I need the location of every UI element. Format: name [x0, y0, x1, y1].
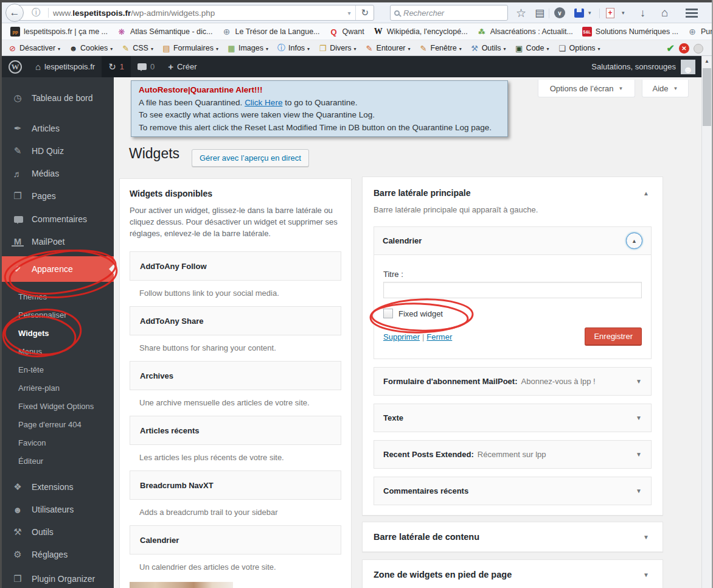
devbar-forms-menu[interactable]: ▤Formulaires▾	[162, 44, 218, 53]
scroll-up-arrow-icon[interactable]: ▲	[702, 56, 712, 66]
bookmark-item[interactable]: ⊕Le Trésor de la Langue...	[222, 27, 320, 37]
submenu-themes[interactable]: Thèmes	[2, 287, 114, 306]
devbar-disable-menu[interactable]: ⊘Désactiver▾	[8, 44, 60, 53]
sidebar-item-dashboard[interactable]: ◷Tableau de bord	[2, 87, 114, 109]
bookmark-item[interactable]: S&LSolutions Numériques ...	[582, 27, 678, 37]
fixed-widget-checkbox[interactable]	[383, 309, 393, 318]
screen-options-button[interactable]: Options de l’écran▼	[538, 80, 635, 97]
sidebar-item-users[interactable]: ☻Utilisateurs	[2, 499, 114, 520]
widget-title-input[interactable]	[383, 282, 642, 298]
validation-check-icon[interactable]: ✔	[667, 43, 675, 54]
home-icon[interactable]: ⌂	[661, 6, 668, 19]
bookmark-star-icon[interactable]: ☆	[516, 6, 526, 19]
devbar-options-menu[interactable]: ❏Options▾	[558, 44, 600, 53]
menu-hamburger-icon[interactable]	[686, 6, 698, 19]
submenu-editor[interactable]: Éditeur	[2, 452, 114, 470]
caret-down-icon[interactable]: ▼	[641, 534, 652, 541]
save-button[interactable]: Enregistrer	[585, 327, 642, 346]
submenu-fixed-widget-options[interactable]: Fixed Widget Options	[2, 397, 114, 415]
reload-button[interactable]: ↻	[355, 5, 374, 20]
site-info-icon[interactable]: ⓘ	[32, 7, 40, 18]
devbar-cookies-menu[interactable]: ☻Cookies▾	[69, 44, 113, 53]
collapse-toggle-button[interactable]: ▲	[626, 233, 642, 249]
submenu-customize[interactable]: Personnaliser	[2, 306, 114, 324]
url-dropdown-caret-icon[interactable]: ▾	[343, 10, 355, 16]
devbar-tools-menu[interactable]: ⚒Outils▾	[470, 44, 506, 53]
back-button[interactable]: ←	[5, 4, 24, 22]
url-bar[interactable]: ⓘ www.lespetitspois.fr/wp-admin/widgets.…	[15, 5, 374, 21]
delete-link[interactable]: Supprimer	[383, 332, 420, 341]
submenu-404-page[interactable]: Page d'erreur 404	[2, 415, 114, 433]
submenu-favicon[interactable]: Favicon	[2, 433, 114, 452]
available-widget-calendar[interactable]: Calendrier	[130, 525, 341, 555]
bookmarks-menu-icon[interactable]: ▤	[535, 6, 544, 19]
caret-down-icon[interactable]: ▼	[636, 378, 642, 385]
rescue-dropdown-caret-icon[interactable]: ▾	[622, 6, 625, 19]
widget-mailpoet-form[interactable]: Formulaire d'abonnement MailPoet: Abonne…	[374, 367, 652, 396]
new-content-menu[interactable]: +Créer	[161, 56, 203, 77]
content-sidebar-card[interactable]: Barre latérale de contenu ▼	[362, 522, 663, 552]
submenu-widgets[interactable]: Widgets	[2, 324, 114, 342]
site-name-menu[interactable]: ⌂lespetitspois.fr	[29, 56, 102, 77]
widget-text[interactable]: Texte ▼	[374, 404, 652, 432]
devbar-images-menu[interactable]: ▦Images▾	[227, 44, 268, 53]
devbar-outline-menu[interactable]: ✎Entourer▾	[365, 44, 411, 53]
sidebar-item-media[interactable]: ♬Médias	[2, 163, 114, 184]
save-dropdown-caret-icon[interactable]: ▾	[588, 6, 591, 19]
wp-logo-menu[interactable]: W	[2, 56, 29, 77]
devbar-info-menu[interactable]: ⓘInfos▾	[277, 43, 310, 54]
bookmark-item[interactable]: ❋Atlas Sémantique - dic...	[117, 27, 212, 37]
sidebar-item-tools[interactable]: ⚒Outils	[2, 521, 114, 543]
widget-recent-comments[interactable]: Commentaires récents ▼	[374, 477, 652, 505]
footer-widgets-card[interactable]: Zone de widgets en pied de page ▼	[362, 559, 663, 588]
downloads-icon[interactable]: ↓	[640, 6, 645, 19]
updates-menu[interactable]: ↻1	[102, 56, 131, 77]
pocket-icon[interactable]: ∨	[554, 6, 565, 19]
sidebar-item-settings[interactable]: ⚙Réglages	[2, 544, 114, 565]
bookmark-item[interactable]: ⁂Alsacréations : Actualit...	[477, 27, 573, 37]
available-widget-addtoany-share[interactable]: AddToAny Share	[130, 306, 341, 335]
bookmark-item[interactable]: ⊕Purify	[687, 27, 713, 37]
bookmark-item[interactable]: WWikipédia, l'encyclopé...	[374, 27, 468, 37]
my-account-menu[interactable]: Salutations, sonsrouges ☻	[591, 60, 701, 74]
submenu-background[interactable]: Arrière-plan	[2, 379, 114, 397]
comments-menu[interactable]: 0	[131, 56, 161, 77]
manage-live-preview-button[interactable]: Gérer avec l’aperçu en direct	[192, 149, 309, 167]
search-bar[interactable]	[390, 5, 508, 21]
available-widget-addtoany-follow[interactable]: AddToAny Follow	[130, 251, 341, 281]
close-link[interactable]: Fermer	[426, 332, 452, 341]
search-input[interactable]	[403, 9, 504, 18]
bookmark-item[interactable]: pplespetitspois.fr | ça me ...	[10, 27, 108, 37]
help-button[interactable]: Aide▼	[642, 80, 689, 97]
sidebar-item-plugin-organizer[interactable]: ❒Plugin Organizer	[2, 568, 114, 588]
caret-down-icon[interactable]: ▼	[636, 451, 642, 458]
devbar-misc-menu[interactable]: ❐Divers▾	[318, 44, 356, 53]
caret-down-icon[interactable]: ▼	[641, 572, 652, 578]
sidebar-item-plugins[interactable]: ❖Extensions	[2, 476, 114, 498]
scrollbar-thumb[interactable]	[703, 68, 711, 126]
devbar-code-menu[interactable]: ▣Code▾	[515, 44, 549, 53]
sidebar-item-pages[interactable]: ❐Pages	[2, 185, 114, 207]
sidebar-item-appearance[interactable]: ✐Apparence	[2, 256, 114, 282]
submenu-menus[interactable]: Menus	[2, 342, 114, 360]
devbar-window-menu[interactable]: ✎Fenêtre▾	[419, 44, 462, 53]
click-here-link[interactable]: Click Here	[245, 98, 282, 107]
sidebar-item-posts[interactable]: ✒Articles	[2, 117, 114, 139]
caret-down-icon[interactable]: ▼	[636, 415, 642, 421]
widget-recent-posts-extended[interactable]: Recent Posts Extended: Récemment sur lpp…	[374, 440, 652, 469]
collapse-caret-up-icon[interactable]: ▲	[641, 190, 652, 197]
available-widget-archives[interactable]: Archives	[130, 361, 341, 390]
save-page-icon[interactable]	[574, 6, 584, 19]
submenu-header[interactable]: En-tête	[2, 360, 114, 379]
devbar-css-menu[interactable]: ✎CSS▾	[121, 44, 153, 53]
error-cross-icon[interactable]: ✕	[679, 43, 689, 54]
sidebar-item-hdquiz[interactable]: ✎HD Quiz	[2, 140, 114, 162]
status-circle-icon[interactable]	[694, 44, 703, 54]
calendar-widget-header[interactable]: Calendrier ▲	[374, 227, 651, 255]
vertical-scrollbar[interactable]: ▲	[701, 56, 712, 588]
web-rescue-icon[interactable]: +	[606, 6, 614, 19]
sidebar-item-comments[interactable]: Commentaires	[2, 208, 114, 230]
sidebar-item-mailpoet[interactable]: MMailPoet	[2, 231, 114, 253]
caret-down-icon[interactable]: ▼	[636, 488, 642, 494]
bookmark-item[interactable]: QQwant	[329, 27, 364, 37]
